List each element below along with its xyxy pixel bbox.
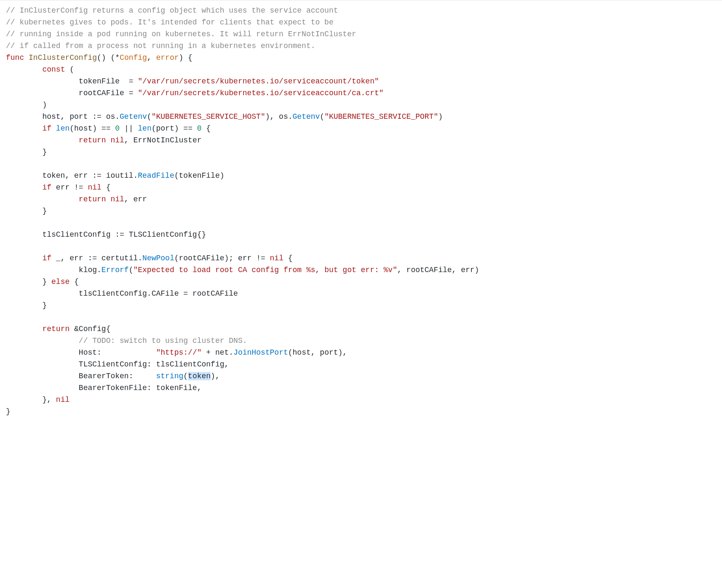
code-text <box>6 124 42 133</box>
code-text: ) <box>6 101 47 109</box>
code-text: } <box>6 148 47 156</box>
code-text: { <box>202 124 211 133</box>
code-text: ( <box>129 266 134 274</box>
code-comment: // kubernetes gives to pods. It's intend… <box>6 18 334 27</box>
func-call: len <box>56 124 70 133</box>
code-text <box>6 65 42 74</box>
code-text: ), os. <box>265 112 293 121</box>
keyword-nil: nil <box>56 396 70 404</box>
keyword-nil: nil <box>110 136 124 144</box>
string-literal: "https://" <box>156 348 201 357</box>
code-text: ( <box>65 65 74 74</box>
func-call: len <box>138 124 151 133</box>
code-text: }, <box>6 396 56 404</box>
code-comment: // TODO: switch to using cluster DNS. <box>79 337 247 345</box>
code-text <box>51 124 56 133</box>
func-call: ReadFile <box>138 171 174 180</box>
code-text: _, err := certutil. <box>51 254 142 262</box>
code-text: TLSClientConfig: tlsClientConfig, <box>6 360 229 369</box>
code-text <box>6 337 79 345</box>
keyword-if: if <box>42 124 51 133</box>
func-call: Errorf <box>102 266 129 274</box>
code-text <box>106 136 111 144</box>
code-text <box>6 183 42 192</box>
code-text: ) { <box>179 53 193 62</box>
code-text: ), <box>211 372 220 380</box>
code-text <box>6 195 79 203</box>
code-text: token, err := ioutil. <box>6 171 138 180</box>
code-text: } <box>6 278 51 286</box>
func-call: Getenv <box>120 112 147 121</box>
keyword-else: else <box>51 278 70 286</box>
string-literal: "Expected to load root CA config from %s… <box>133 266 397 274</box>
string-literal: "KUBERNETES_SERVICE_PORT" <box>324 112 438 121</box>
code-text: ( <box>147 112 152 121</box>
keyword-nil: nil <box>110 195 124 203</box>
string-literal: "/var/run/secrets/kubernetes.io/servicea… <box>138 89 383 97</box>
keyword-nil: nil <box>88 183 101 192</box>
code-comment: // InClusterConfig returns a config obje… <box>6 6 338 15</box>
keyword-if: if <box>42 254 51 262</box>
function-name: InClusterConfig <box>29 53 97 62</box>
func-call: NewPool <box>142 254 174 262</box>
code-text: ( <box>320 112 324 121</box>
code-text: BearerToken: <box>6 372 156 380</box>
highlighted-token: token <box>188 372 211 380</box>
code-text: ( <box>183 372 188 380</box>
code-text: { <box>283 254 293 262</box>
code-text: , <box>147 53 156 62</box>
code-text: { <box>102 183 111 192</box>
code-text: , ErrNotInCluster <box>124 136 202 144</box>
keyword-if: if <box>42 183 51 192</box>
keyword-nil: nil <box>270 254 283 262</box>
code-text: , rootCAFile, err) <box>397 266 479 274</box>
keyword-return: return <box>42 325 70 333</box>
code-text: , err <box>124 195 147 203</box>
func-call: string <box>156 372 183 380</box>
code-text <box>6 254 42 262</box>
number-literal: 0 <box>197 124 202 133</box>
keyword-return: return <box>79 136 106 144</box>
code-text: || <box>120 124 138 133</box>
code-block: // InClusterConfig returns a config obje… <box>0 0 722 426</box>
code-text: } <box>6 207 47 215</box>
code-text <box>106 195 111 203</box>
code-text: klog. <box>6 266 102 274</box>
keyword-func: func <box>6 53 24 62</box>
code-text: tlsClientConfig := TLSClientConfig{} <box>6 230 206 239</box>
code-comment: // if called from a process not running … <box>6 42 316 50</box>
type-name: error <box>156 53 179 62</box>
code-text: ) <box>438 112 443 121</box>
code-text: (rootCAFile); err != <box>174 254 270 262</box>
code-text: (host) == <box>70 124 115 133</box>
code-text: &Config{ <box>70 325 110 333</box>
code-text: + net. <box>202 348 234 357</box>
func-call: Getenv <box>293 112 320 121</box>
number-literal: 0 <box>115 124 120 133</box>
code-text: () (* <box>97 53 120 62</box>
code-text: (port) == <box>152 124 197 133</box>
code-text: tlsClientConfig.CAFile = rootCAFile <box>6 289 238 298</box>
code-text: host, port := os. <box>6 112 120 121</box>
code-text: rootCAFile = <box>6 89 138 97</box>
code-text: } <box>6 407 11 416</box>
keyword-return: return <box>79 195 106 203</box>
code-text: } <box>6 301 47 310</box>
code-text: { <box>70 278 79 286</box>
code-text: tokenFile = <box>6 77 138 86</box>
type-name: Config <box>120 53 147 62</box>
keyword-const: const <box>42 65 65 74</box>
code-text: (tokenFile) <box>174 171 225 180</box>
code-text <box>6 136 79 144</box>
string-literal: "KUBERNETES_SERVICE_HOST" <box>152 112 265 121</box>
string-literal: "/var/run/secrets/kubernetes.io/servicea… <box>138 77 379 86</box>
code-text: BearerTokenFile: tokenFile, <box>6 384 201 392</box>
code-text: err != <box>51 183 88 192</box>
code-comment: // running inside a pod running on kuber… <box>6 30 356 38</box>
func-call: JoinHostPort <box>233 348 288 357</box>
code-text: (host, port), <box>288 348 347 357</box>
code-text: Host: <box>6 348 156 357</box>
code-text <box>6 325 42 333</box>
